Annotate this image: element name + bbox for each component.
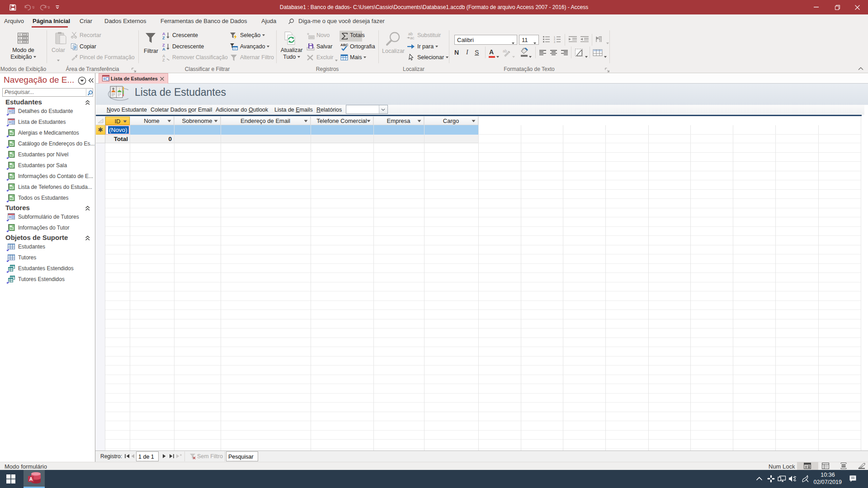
svg-text:ac: ac	[410, 36, 415, 40]
svg-text:Z: Z	[162, 36, 165, 40]
svg-text:A: A	[29, 476, 33, 482]
svg-text:ABC: ABC	[340, 43, 349, 47]
svg-text:A: A	[162, 47, 165, 51]
svg-text:3: 3	[554, 41, 555, 43]
svg-text:ab: ab	[503, 49, 507, 53]
svg-text:Z: Z	[162, 58, 165, 62]
